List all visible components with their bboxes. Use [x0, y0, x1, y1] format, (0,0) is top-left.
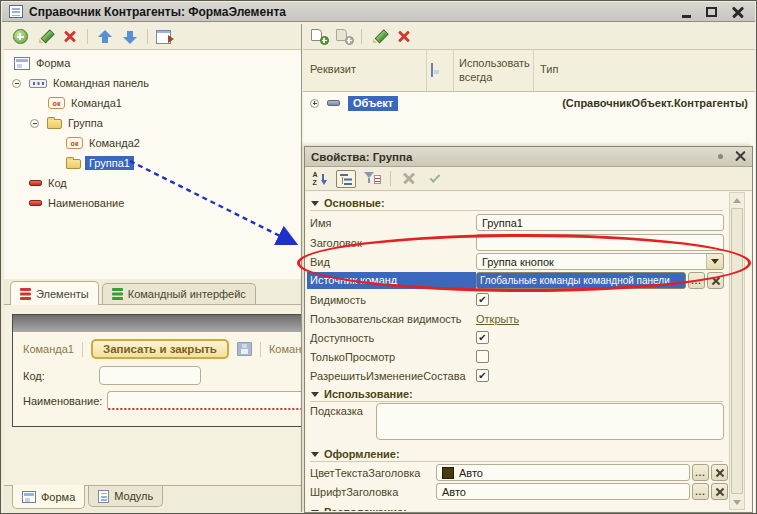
save-icon[interactable]	[237, 342, 252, 356]
command2-button[interactable]: Команда	[269, 343, 301, 355]
edit-attribute-button[interactable]	[368, 27, 390, 47]
property-title-text-color: ЦветТекстаЗаголовка Авто ...	[310, 463, 751, 482]
scrollbar-thumb[interactable]	[731, 208, 743, 494]
title-font-input[interactable]: Авто	[436, 483, 690, 500]
section-appearance[interactable]: Оформление:	[310, 446, 723, 462]
form-preview: Команда1 Записать и закрыть Команда Код:…	[4, 305, 301, 485]
add-button[interactable]	[9, 27, 31, 47]
name-input[interactable]: Группа1	[476, 214, 724, 231]
categorized-view-button[interactable]	[335, 169, 357, 189]
clear-icon	[715, 468, 724, 477]
add-attribute-button[interactable]	[308, 27, 330, 47]
delete-icon	[63, 30, 77, 44]
tree-item-form[interactable]: Форма	[4, 53, 301, 73]
tree-item-command-bar[interactable]: Командная панель	[4, 73, 301, 93]
add-column-button[interactable]	[333, 27, 355, 47]
form-properties-button[interactable]	[154, 27, 176, 47]
filter-button[interactable]	[361, 169, 383, 189]
tree-item-command1[interactable]: Команда1	[4, 93, 301, 113]
cancel-icon	[403, 173, 415, 185]
section-layout[interactable]: Расположение:	[310, 504, 723, 511]
tree-item-command2[interactable]: Команда2	[4, 133, 301, 153]
more-button[interactable]: ...	[692, 464, 709, 481]
move-up-icon	[98, 30, 112, 44]
property-enabled: Доступность	[310, 328, 751, 347]
section-usage[interactable]: Использование:	[310, 386, 723, 402]
toolbar-separator	[390, 171, 391, 186]
tree-item-group[interactable]: Группа	[4, 113, 301, 133]
dropdown-button[interactable]	[706, 253, 724, 270]
ok-button-icon	[48, 97, 65, 109]
more-button[interactable]: ...	[688, 272, 705, 289]
form-icon	[22, 491, 36, 503]
attribute-row-object[interactable]: Объект (СправочникОбъект.Контрагенты)	[303, 92, 755, 114]
property-allow-change: РазрешитьИзменениеСостава	[310, 366, 751, 385]
edit-button[interactable]	[34, 27, 56, 47]
property-kind: Вид Группа кнопок	[310, 252, 751, 271]
title-text-color-input[interactable]: Авто	[436, 464, 690, 481]
tab-command-interface[interactable]: Командный интерфейс	[102, 283, 256, 304]
folder-icon	[66, 159, 81, 169]
section-main[interactable]: Основные:	[310, 195, 723, 211]
tree-item-name[interactable]: Наименование	[4, 193, 301, 213]
command-source-input[interactable]: Глобальные команды командной панели	[476, 272, 686, 289]
form-icon	[14, 57, 30, 70]
open-link[interactable]: Открыть	[476, 313, 519, 325]
clear-button[interactable]	[707, 272, 724, 289]
scroll-up-icon[interactable]	[730, 193, 744, 207]
red-stack-icon	[20, 288, 31, 300]
column-type[interactable]: Тип	[540, 63, 558, 75]
delete-button[interactable]	[59, 27, 81, 47]
column-use-always[interactable]: Использовать всегда	[459, 56, 537, 84]
code-field-label: Код:	[23, 370, 99, 382]
move-down-button[interactable]	[119, 27, 141, 47]
tab-form[interactable]: Форма	[12, 485, 85, 509]
tree-item-code[interactable]: Код	[4, 173, 301, 193]
tab-module[interactable]: Модуль	[88, 486, 163, 507]
clear-button[interactable]	[711, 483, 728, 500]
enabled-checkbox[interactable]	[476, 331, 489, 344]
tab-elements[interactable]: Элементы	[10, 281, 99, 305]
scroll-down-icon[interactable]	[730, 495, 744, 509]
code-field[interactable]	[99, 366, 201, 385]
properties-window: Свойства: Группа AZ Основные: Имя Группа…	[304, 146, 753, 513]
visibility-checkbox[interactable]	[476, 293, 489, 306]
close-icon[interactable]	[735, 151, 746, 162]
separator	[260, 342, 261, 357]
pin-icon[interactable]	[718, 154, 723, 159]
cancel-button[interactable]	[398, 169, 420, 189]
minimize-icon[interactable]	[682, 15, 691, 18]
collapse-icon[interactable]	[30, 119, 39, 128]
designer-window: Справочник Контрагенты: ФормаЭлемента Фо…	[0, 0, 757, 514]
close-icon[interactable]	[732, 6, 744, 18]
tooltip-textarea[interactable]	[376, 403, 724, 440]
preview-command-bar: Команда1 Записать и закрыть Команда	[13, 332, 301, 362]
expand-icon[interactable]	[310, 99, 319, 108]
edit-icon	[38, 29, 53, 44]
clear-button[interactable]	[711, 464, 728, 481]
move-up-button[interactable]	[94, 27, 116, 47]
command1-button[interactable]: Команда1	[23, 343, 74, 355]
add-attribute-icon	[311, 29, 328, 44]
delete-attribute-button[interactable]	[393, 27, 415, 47]
readonly-checkbox[interactable]	[476, 350, 489, 363]
kind-select-value[interactable]: Группа кнопок	[476, 253, 709, 270]
more-button[interactable]: ...	[692, 483, 709, 500]
green-stack-icon	[112, 288, 123, 300]
maximize-icon[interactable]	[706, 7, 717, 17]
properties-title: Свойства: Группа	[311, 151, 412, 163]
name-field[interactable]	[107, 391, 301, 410]
title-input[interactable]	[476, 234, 724, 251]
tree-item-group1[interactable]: Группа1	[4, 153, 301, 173]
apply-button[interactable]	[424, 169, 446, 189]
collapse-icon[interactable]	[12, 79, 21, 88]
column-attribute[interactable]: Реквизит	[310, 63, 356, 75]
properties-scrollbar[interactable]	[729, 192, 745, 510]
preview-titlebar	[13, 315, 301, 332]
attribute-icon	[29, 180, 42, 186]
ok-button-icon	[66, 137, 83, 149]
save-and-close-button[interactable]: Записать и закрыть	[91, 339, 229, 359]
sort-az-icon: AZ	[312, 171, 329, 187]
sort-az-button[interactable]: AZ	[309, 169, 331, 189]
allow-change-checkbox[interactable]	[476, 369, 489, 382]
